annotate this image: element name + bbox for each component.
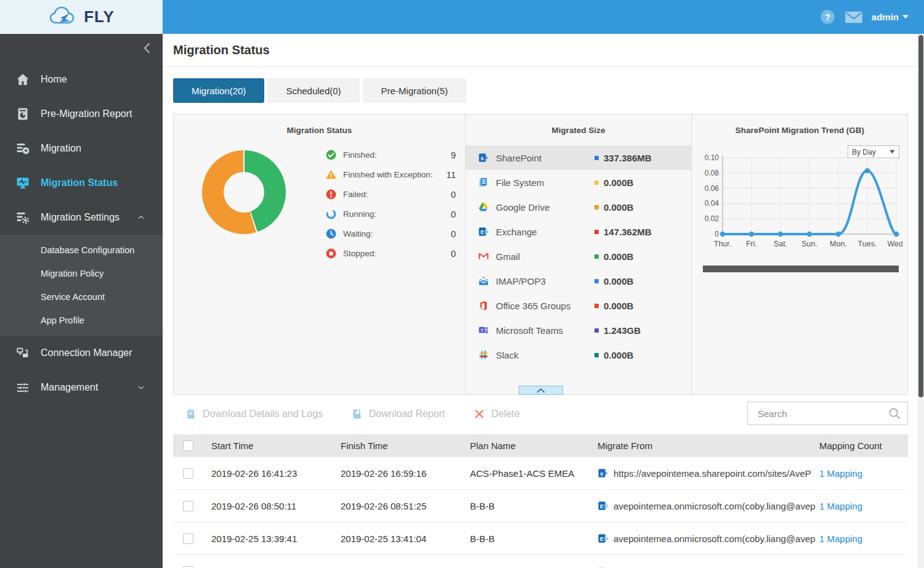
sidebar-item-label: Migration Status — [41, 177, 150, 189]
sidebar-collapse-button[interactable] — [0, 34, 163, 62]
sidebar: HomePre-Migration ReportMigrationMigrati… — [0, 34, 163, 568]
tab-migration-20-[interactable]: Migration(20) — [173, 78, 264, 103]
size-bullet — [594, 328, 599, 333]
user-menu[interactable]: admin — [872, 12, 909, 22]
cell-finish-time: 2019-02-26 08:51:25 — [341, 501, 470, 511]
status-icon — [14, 176, 32, 190]
download-report-icon — [351, 408, 363, 420]
migrated-size-row-gmail[interactable]: Gmail0.000B — [466, 244, 691, 269]
download-report-button[interactable]: Download Report — [351, 408, 445, 420]
sidebar-item-migration[interactable]: Migration — [0, 131, 163, 166]
table-header-row: Start TimeFinish TimePlan NameMigrate Fr… — [173, 434, 908, 457]
svg-text:0.02: 0.02 — [705, 214, 719, 223]
column-header-mapping-count: Mapping Count — [819, 440, 908, 451]
row-checkbox[interactable] — [183, 468, 193, 479]
sidebar-submenu: Database ConfigurationMigration PolicySe… — [0, 235, 163, 336]
help-icon[interactable]: ? — [819, 9, 836, 25]
sidebar-subitem-service-account[interactable]: Service Account — [0, 285, 163, 309]
spinner-icon — [325, 208, 337, 220]
mail-icon[interactable] — [845, 10, 863, 25]
legend-label: Finished: — [343, 150, 377, 160]
exchange-icon: E — [598, 500, 609, 511]
platform-name: Microsoft Teams — [496, 325, 594, 336]
row-checkbox[interactable] — [183, 566, 193, 568]
horizontal-scrollbar[interactable] — [703, 266, 899, 272]
status-legend: 9Finished:11Finished with Exception:0Fai… — [325, 148, 456, 267]
cell-finish-time: 2019-02-26 16:59:16 — [341, 468, 470, 479]
sidebar-subitem-database-configuration[interactable]: Database Configuration — [0, 238, 163, 262]
migrated-size-value: 0.000B — [604, 177, 633, 188]
clock-icon — [325, 228, 337, 240]
table-row[interactable]: 2019-02-25 13:30:412019-02-25 13:32:09A-… — [173, 555, 908, 568]
table-row[interactable]: 2019-02-26 08:50:112019-02-26 08:51:25B-… — [173, 490, 908, 522]
row-checkbox[interactable] — [183, 534, 193, 544]
size-bullet — [594, 304, 599, 308]
vertical-scrollbar-thumb[interactable] — [918, 35, 923, 397]
trend-line-chart: 0.100.080.060.040.020Thur.Fri.Sat.Sun.Mo… — [698, 150, 902, 256]
source-url: avepointemea.onmicrosoft.com(coby.liang@… — [614, 534, 816, 544]
sidebar-main-nav: HomePre-Migration ReportMigrationMigrati… — [0, 62, 163, 235]
platform-name: File System — [496, 177, 594, 188]
cell-migrate-from: Eavepointemea.onmicrosoft.com(coby.liang… — [598, 533, 819, 544]
table-row[interactable]: 2019-02-25 13:39:412019-02-25 13:41:04B-… — [173, 522, 908, 555]
select-all-checkbox[interactable] — [183, 440, 193, 451]
gmail-icon — [478, 251, 489, 262]
mapping-count-link[interactable]: 1 Mapping — [819, 566, 908, 568]
sidebar-item-home[interactable]: Home — [0, 62, 163, 97]
sidebar-item-migration-settings[interactable]: Migration Settings — [0, 200, 163, 235]
donut-hole — [224, 172, 264, 213]
sidebar-item-label: Pre-Migration Report — [41, 108, 150, 120]
legend-label: Stopped: — [343, 249, 376, 258]
migrated-size-row-teams[interactable]: TMicrosoft Teams1.243GB — [466, 318, 691, 343]
sidebar-subitem-migration-policy[interactable]: Migration Policy — [0, 262, 163, 285]
migrated-size-row-imap[interactable]: IMAP/POP30.000B — [466, 269, 691, 293]
sidebar-item-label: Connection Manager — [41, 347, 150, 359]
search-box — [747, 402, 908, 425]
svg-text:0.08: 0.08 — [705, 169, 719, 177]
panel-collapse-button[interactable] — [519, 386, 563, 395]
sidebar-item-migration-status[interactable]: Migration Status — [0, 166, 163, 200]
home-icon — [14, 72, 32, 87]
migrated-size-value: 0.000B — [604, 350, 633, 360]
mapping-count-link[interactable]: 1 Mapping — [819, 468, 908, 479]
svg-text:E: E — [600, 503, 604, 509]
svg-text:Wed.: Wed. — [888, 240, 902, 248]
svg-text:Sat.: Sat. — [774, 240, 787, 248]
svg-text:Tues.: Tues. — [858, 240, 877, 248]
legend-item-check: 9Finished: — [325, 148, 456, 161]
section-title: SharePoint Migration Trend (GB) — [692, 126, 908, 135]
migrated-size-row-slack[interactable]: Slack0.000B — [466, 343, 691, 367]
stopped-icon — [325, 248, 337, 259]
mapping-count-link[interactable]: 1 Mapping — [819, 534, 908, 544]
size-bullet — [594, 230, 599, 234]
toolbar-button-label: Download Details and Logs — [203, 408, 323, 420]
tab-scheduled-0-[interactable]: Scheduled(0) — [267, 78, 359, 103]
svg-text:E: E — [480, 229, 484, 235]
legend-item-clock: 0Waiting: — [325, 227, 456, 240]
vertical-scrollbar[interactable] — [918, 34, 924, 568]
migrated-size-row-o365[interactable]: Office 365 Groups0.000B — [466, 293, 691, 318]
migrated-size-row-filesystem[interactable]: File System0.000B — [466, 170, 691, 195]
cell-migrate-from: Eavepointemea.onmicrosoft.com(coby.liang… — [598, 500, 819, 511]
delete-button[interactable]: Delete — [473, 408, 519, 420]
row-checkbox[interactable] — [183, 501, 193, 511]
migration-icon — [14, 141, 32, 156]
download-logs-button[interactable]: Download Details and Logs — [185, 408, 323, 420]
tab-pre-migration-5-[interactable]: Pre-Migration(5) — [363, 78, 466, 103]
migrated-size-row-sharepoint[interactable]: sSharePoint337.386MB — [466, 145, 691, 170]
platform-name: Slack — [496, 350, 594, 360]
migrated-size-row-gdrive[interactable]: Google Drive0.000B — [466, 195, 691, 219]
search-input[interactable] — [748, 408, 888, 419]
size-bullet — [594, 205, 599, 209]
migrated-size-row-exchange[interactable]: EExchange147.362MB — [466, 219, 691, 244]
sidebar-subitem-app-profile[interactable]: App Profile — [0, 309, 163, 332]
sidebar-item-management[interactable]: Management — [0, 370, 163, 405]
table-row[interactable]: 2019-02-26 16:41:232019-02-26 16:59:16AC… — [173, 457, 908, 490]
svg-text:s: s — [600, 471, 603, 477]
platform-name: Office 365 Groups — [496, 301, 594, 311]
mapping-count-link[interactable]: 1 Mapping — [819, 501, 908, 511]
sidebar-item-pre-migration-report[interactable]: Pre-Migration Report — [0, 97, 163, 131]
cell-finish-time: 2019-02-25 13:32:09 — [341, 566, 470, 568]
svg-text:Thur.: Thur. — [714, 240, 732, 248]
sidebar-item-connection-manager[interactable]: Connection Manager — [0, 336, 163, 370]
